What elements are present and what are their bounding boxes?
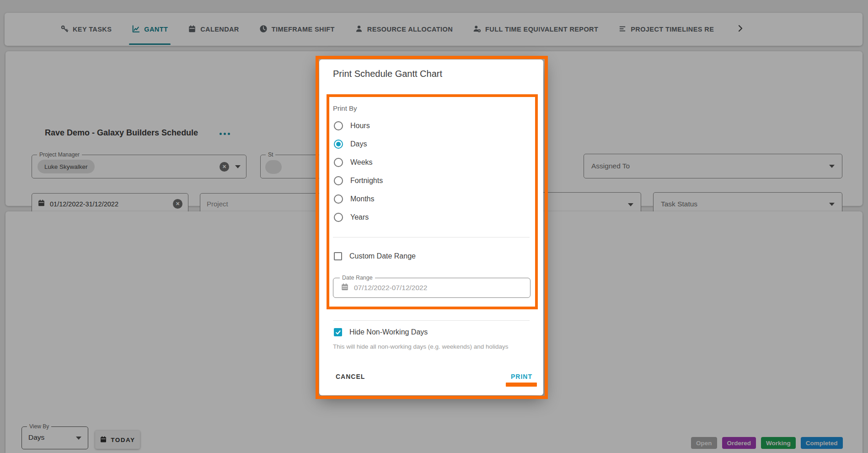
custom-date-range-checkbox[interactable]: Custom Date Range (334, 250, 416, 263)
dialog-date-range-label: Date Range (340, 275, 375, 281)
custom-date-range-label: Custom Date Range (349, 252, 416, 260)
radio-option-fortnights[interactable]: Fortnights (334, 174, 383, 187)
dialog-date-range-placeholder: 07/12/2022-07/12/2022 (354, 284, 427, 292)
print-button[interactable]: PRINT (508, 372, 535, 381)
radio-option-years[interactable]: Years (334, 211, 369, 224)
radio-unselected-icon[interactable] (334, 158, 343, 167)
highlight-print-underline (506, 383, 537, 387)
radio-unselected-icon[interactable] (334, 176, 343, 185)
divider (333, 320, 530, 321)
checkbox-unchecked-icon[interactable] (334, 252, 342, 260)
hide-non-working-label: Hide Non-Working Days (349, 328, 428, 336)
radio-option-weeks[interactable]: Weeks (334, 156, 373, 169)
checkbox-checked-icon[interactable] (334, 328, 342, 336)
divider (333, 237, 530, 237)
radio-option-days[interactable]: Days (334, 138, 367, 151)
calendar-icon (341, 283, 349, 293)
radio-option-months[interactable]: Months (334, 193, 374, 205)
radio-option-hours[interactable]: Hours (334, 119, 370, 132)
hide-non-working-hint: This will hide all non-working days (e.g… (333, 343, 508, 350)
dialog-title: Print Schedule Gantt Chart (333, 69, 442, 79)
radio-unselected-icon[interactable] (334, 121, 343, 130)
dialog-date-range-field[interactable]: Date Range 07/12/2022-07/12/2022 (333, 278, 530, 298)
hide-non-working-checkbox[interactable]: Hide Non-Working Days (334, 326, 428, 339)
print-by-label: Print By (333, 104, 357, 112)
print-schedule-dialog: Print Schedule Gantt Chart Print By Hour… (319, 59, 543, 395)
radio-unselected-icon[interactable] (334, 213, 343, 222)
app-root: KEY TASKSGANTTCALENDARTIMEFRAME SHIFTRES… (0, 0, 868, 453)
cancel-button[interactable]: CANCEL (333, 372, 368, 381)
radio-selected-icon[interactable] (334, 140, 343, 149)
radio-unselected-icon[interactable] (334, 194, 343, 204)
